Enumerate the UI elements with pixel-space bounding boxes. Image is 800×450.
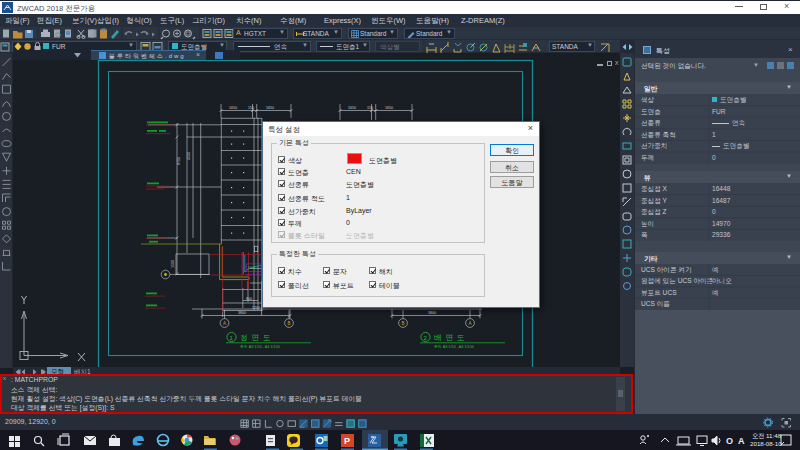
svg-text:POXO: POXO — [248, 266, 259, 270]
svg-text:배면도: 배면도 — [434, 333, 469, 342]
svg-text:1500: 1500 — [171, 260, 175, 268]
svg-text:B: B — [401, 321, 404, 326]
svg-text:축척 A3:1/50 , A4:1/100: 축척 A3:1/50 , A4:1/100 — [434, 345, 474, 349]
svg-text:B: B — [287, 321, 290, 326]
svg-text:1650: 1650 — [348, 106, 356, 110]
svg-text:150: 150 — [367, 106, 373, 110]
svg-text:4500: 4500 — [187, 152, 191, 160]
svg-text:1650: 1650 — [385, 106, 393, 110]
svg-text:P: P — [344, 436, 350, 446]
svg-text:O: O — [726, 436, 733, 446]
svg-text:축척 A3:1/50 , A4:1/100: 축척 A3:1/50 , A4:1/100 — [240, 345, 280, 349]
svg-text:150: 150 — [248, 106, 254, 110]
svg-text:A: A — [468, 321, 471, 326]
svg-text:3800: 3800 — [238, 311, 246, 315]
svg-text:1200: 1200 — [252, 306, 260, 310]
svg-text:800: 800 — [246, 297, 252, 301]
svg-text:1650: 1650 — [266, 106, 274, 110]
svg-text:A: A — [738, 436, 745, 446]
svg-text:1650: 1650 — [229, 106, 237, 110]
svg-text:3800: 3800 — [428, 311, 436, 315]
svg-text:8700: 8700 — [177, 157, 181, 165]
svg-text:정면도: 정면도 — [240, 333, 275, 342]
svg-text:A: A — [223, 321, 226, 326]
